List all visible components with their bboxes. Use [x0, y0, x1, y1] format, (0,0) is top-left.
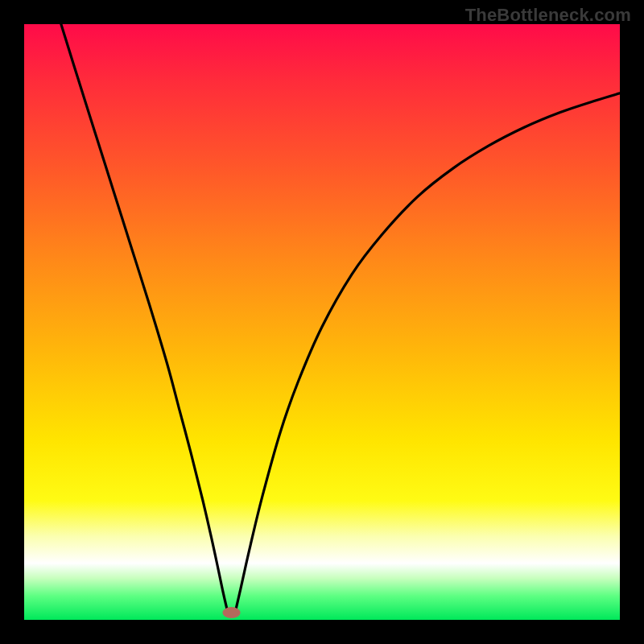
- plot-area: [24, 24, 620, 620]
- vertex-marker: [223, 607, 241, 618]
- curve-layer: [24, 24, 620, 620]
- curve-left-branch: [61, 24, 227, 608]
- chart-frame: TheBottleneck.com: [0, 0, 644, 644]
- curve-right-branch: [236, 93, 620, 608]
- watermark-text: TheBottleneck.com: [465, 5, 631, 26]
